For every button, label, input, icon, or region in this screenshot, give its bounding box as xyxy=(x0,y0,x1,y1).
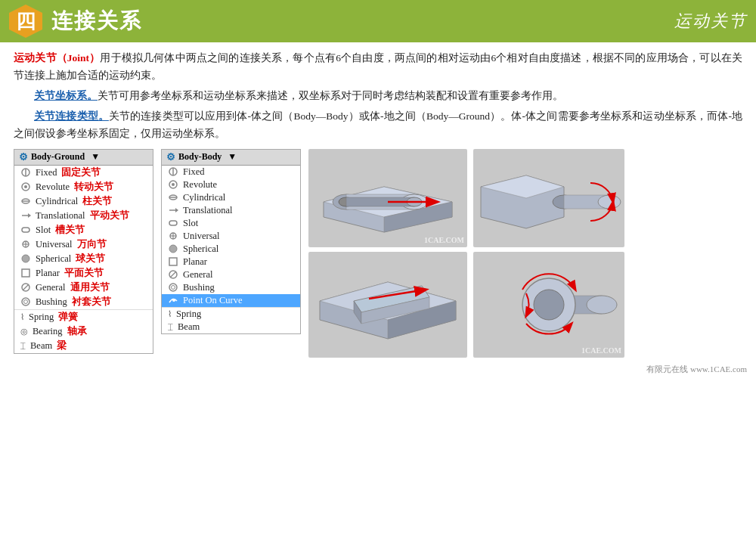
item-label-cn-spring: 弹簧 xyxy=(58,311,78,324)
joint-icon xyxy=(168,295,178,305)
item-label-cn-cylindrical: 柱关节 xyxy=(82,195,112,208)
para1-text: 用于模拟几何体中两点之间的连接关系，每个点有6个自由度，两点间的相对运动由6个相… xyxy=(14,52,742,81)
svg-rect-8 xyxy=(22,228,29,232)
item-label-spring: Spring xyxy=(29,312,54,323)
paragraph-2: 关节坐标系。关节可用参考坐标系和运动坐标系来描述，双坐标系对于同时考虑结构装配和… xyxy=(14,88,742,105)
svg-point-12 xyxy=(22,255,29,262)
item-label-cylindrical: Cylindrical xyxy=(36,196,78,207)
bb-item-point-on-curve[interactable]: Point On Curve xyxy=(162,294,300,307)
bg-item-bushing[interactable]: Bushing 衬套关节 xyxy=(14,295,153,309)
panel-bg-header: ⚙ Body-Ground ▼ xyxy=(14,150,153,166)
joint-image-1: 1CAE.COM xyxy=(308,149,467,247)
panel-body-ground: ⚙ Body-Ground ▼ Fixed 固定关节 Revolute 转动关节 xyxy=(14,149,153,354)
joint-image-4: 1CAE.COM xyxy=(473,252,624,358)
footer-brand: 有限元在线 www.1CAE.com xyxy=(646,364,747,375)
svg-point-35 xyxy=(172,286,175,290)
bg-item-translational[interactable]: Translational 平动关节 xyxy=(14,209,153,223)
joint-icon xyxy=(168,269,178,280)
panel-bg-dropdown[interactable]: ▼ xyxy=(91,151,100,163)
panel-bb-dropdown[interactable]: ▼ xyxy=(228,151,237,163)
bg-item-planar[interactable]: Planar 平面关节 xyxy=(14,266,153,281)
spring-icon: ⌇ xyxy=(20,312,24,322)
footer-bar: 有限元在线 www.1CAE.com xyxy=(0,362,756,377)
item-label-beam: Beam xyxy=(178,321,200,333)
para3-keyword: 关节连接类型。 xyxy=(34,110,109,122)
item-label-general: General xyxy=(36,282,66,293)
bb-item-universal[interactable]: Universal xyxy=(162,230,300,243)
item-label-fixed: Fixed xyxy=(183,166,204,178)
main-content: 运动关节（Joint）用于模拟几何体中两点之间的连接关系，每个点有6个自由度，两… xyxy=(0,42,756,362)
joint-icon xyxy=(20,210,31,221)
joint-icon xyxy=(20,253,31,264)
spring-icon: ⌇ xyxy=(168,309,172,319)
header-bar: 四 连接关系 运动关节 xyxy=(0,0,756,42)
item-label-slot: Slot xyxy=(183,218,198,229)
section-number-box: 四 xyxy=(9,5,42,38)
item-label-universal: Universal xyxy=(36,239,73,250)
item-label-cn-spherical: 球关节 xyxy=(76,253,105,265)
bb-item-general[interactable]: General xyxy=(162,268,300,281)
svg-rect-31 xyxy=(169,258,177,265)
item-label-beam: Beam xyxy=(30,340,52,352)
joint-icon xyxy=(168,218,178,228)
para2-keyword: 关节坐标系。 xyxy=(34,90,98,101)
bb-item-fixed[interactable]: Fixed xyxy=(162,166,300,178)
item-label-bushing: Bushing xyxy=(183,282,215,293)
item-label-cn-translational: 平动关节 xyxy=(90,209,129,222)
bb-item-spring[interactable]: ⌇ Spring xyxy=(162,308,300,321)
panel-body-body: ⚙ Body-Body ▼ Fixed Revolute Cylindrical xyxy=(161,149,301,334)
bg-item-universal[interactable]: Universal 万向节 xyxy=(14,237,153,252)
bg-item-general[interactable]: General 通用关节 xyxy=(14,281,153,295)
paragraph-1: 运动关节（Joint）用于模拟几何体中两点之间的连接关系，每个点有6个自由度，两… xyxy=(14,50,742,85)
bg-item-spherical[interactable]: Spherical 球关节 xyxy=(14,252,153,266)
section-number: 四 xyxy=(16,8,36,35)
svg-point-3 xyxy=(24,185,27,188)
item-label-cn-bushing: 衬套关节 xyxy=(72,296,111,309)
joint-icon xyxy=(168,166,178,177)
bg-item-fixed[interactable]: Fixed 固定关节 xyxy=(14,166,153,180)
svg-point-16 xyxy=(22,298,29,305)
item-label-translational: Translational xyxy=(183,205,233,216)
svg-marker-25 xyxy=(175,208,178,212)
bg-item-cylindrical[interactable]: Cylindrical 柱关节 xyxy=(14,194,153,209)
page-title: 连接关系 xyxy=(51,7,142,36)
svg-point-34 xyxy=(169,284,177,291)
watermark: 1CAE.COM xyxy=(424,236,464,244)
joint-icon xyxy=(168,231,178,241)
item-label-cn-beam: 梁 xyxy=(57,340,67,352)
images-row-2: 1CAE.COM xyxy=(308,252,742,358)
bb-item-planar[interactable]: Planar xyxy=(162,256,300,268)
joint-image-2 xyxy=(473,149,624,247)
panel-bg-title: Body-Ground xyxy=(31,151,85,163)
beam-icon: ⌶ xyxy=(168,322,173,331)
bg-item-revolute[interactable]: Revolute 转动关节 xyxy=(14,180,153,194)
bb-item-bushing[interactable]: Bushing xyxy=(162,281,300,294)
item-label-cn-general: 通用关节 xyxy=(70,281,110,294)
bg-item-beam[interactable]: ⌶ Beam 梁 xyxy=(14,339,153,353)
bb-item-beam[interactable]: ⌶ Beam xyxy=(162,321,300,333)
bg-item-slot[interactable]: Slot 槽关节 xyxy=(14,223,153,237)
joint-icon xyxy=(168,282,178,293)
joint-icon xyxy=(20,196,31,206)
svg-point-36 xyxy=(172,299,175,302)
svg-marker-7 xyxy=(28,213,31,218)
bb-item-slot[interactable]: Slot xyxy=(162,217,300,230)
item-label-cn-planar: 平面关节 xyxy=(64,267,104,280)
bg-item-spring[interactable]: ⌇ Spring 弹簧 xyxy=(14,310,153,324)
bb-item-spherical[interactable]: Spherical xyxy=(162,243,300,256)
item-label-universal: Universal xyxy=(183,231,220,242)
bb-item-translational[interactable]: Translational xyxy=(162,204,300,217)
bg-item-bearing[interactable]: ◎ Bearing 轴承 xyxy=(14,324,153,339)
panel-bb-title: Body-Body xyxy=(178,151,222,163)
item-label-revolute: Revolute xyxy=(36,181,70,193)
watermark-2: 1CAE.COM xyxy=(581,346,621,355)
bb-item-revolute[interactable]: Revolute xyxy=(162,178,300,191)
joint-icon xyxy=(20,167,31,178)
item-label-general: General xyxy=(183,269,213,281)
para2-text: 关节可用参考坐标系和运动坐标系来描述，双坐标系对于同时考虑结构装配和设置有重要参… xyxy=(98,90,563,101)
bb-item-cylindrical[interactable]: Cylindrical xyxy=(162,191,300,204)
item-label-bearing: Bearing xyxy=(33,326,63,337)
para3-text: 关节的连接类型可以应用到体-体之间（Body—Body）或体-地之间（Body—… xyxy=(14,110,742,139)
item-label-cn-revolute: 转动关节 xyxy=(74,181,113,194)
joint-icon xyxy=(20,268,31,278)
